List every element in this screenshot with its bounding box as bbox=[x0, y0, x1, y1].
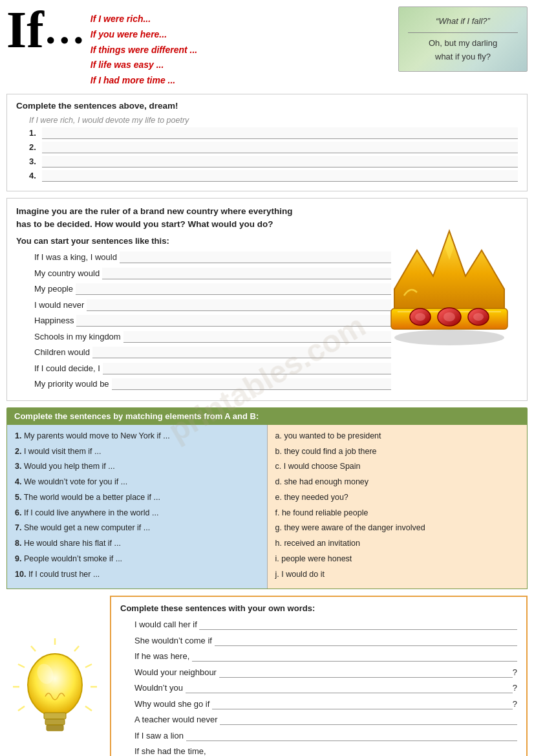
svg-rect-18 bbox=[44, 713, 66, 719]
right-letter-1: b. bbox=[275, 447, 284, 456]
header-section: If … If I were rich... If you were here.… bbox=[6, 6, 528, 89]
right-letter-5: f. bbox=[275, 508, 282, 517]
phrase-2: If you were here... bbox=[91, 27, 392, 43]
complete-text-2: If he was here, bbox=[134, 650, 189, 663]
phrase-4: If life was easy ... bbox=[91, 58, 392, 73]
svg-point-7 bbox=[394, 330, 504, 345]
left-num-4: 5. bbox=[15, 493, 21, 502]
bullet-4: Happiness bbox=[34, 314, 391, 327]
right-text-2: I would choose Spain bbox=[284, 462, 361, 471]
bullet-8-fill[interactable] bbox=[112, 378, 391, 390]
right-text-6: they were aware of the danger involved bbox=[284, 523, 425, 532]
complete-text-7: If I saw a lion bbox=[134, 729, 184, 742]
left-num-2: 3. bbox=[15, 462, 21, 471]
phrase-5: If I had more time ... bbox=[91, 73, 392, 89]
left-num-8: 9. bbox=[15, 554, 21, 563]
crown-image bbox=[378, 205, 520, 360]
right-item-6: g. they were aware of the danger involve… bbox=[275, 522, 520, 534]
bullet-1-text: My country would bbox=[34, 267, 100, 280]
bullet-7-fill[interactable] bbox=[103, 363, 391, 374]
left-item-8: 9. People wouldn’t smoke if ... bbox=[15, 553, 259, 565]
bullet-1-fill[interactable] bbox=[102, 268, 391, 279]
complete-fill-2[interactable] bbox=[192, 651, 517, 662]
right-letter-3: d. bbox=[275, 477, 284, 486]
complete-fill-1[interactable] bbox=[215, 636, 517, 646]
left-text-0: My parents would move to New York if ... bbox=[24, 431, 170, 440]
if-text: If bbox=[6, 6, 44, 53]
left-item-3: 4. We wouldn’t vote for you if ... bbox=[15, 476, 259, 488]
bullet-8: My priority would be bbox=[34, 378, 391, 391]
left-text-2: Would you help them if ... bbox=[24, 462, 115, 471]
complete-text-6: A teacher would never bbox=[134, 713, 218, 726]
complete-list: I would call her if She wouldn’t come if… bbox=[134, 618, 517, 756]
complete-fill-0[interactable] bbox=[199, 620, 517, 630]
right-text-3: she had enough money bbox=[284, 477, 368, 486]
bullet-7-text: If I could decide, I bbox=[34, 362, 100, 375]
left-num-5: 6. bbox=[15, 508, 21, 517]
left-item-0: 1. My parents would move to New York if … bbox=[15, 430, 259, 442]
complete-fill-5[interactable] bbox=[212, 699, 513, 709]
bottom-section: Complete these sentences with your own w… bbox=[6, 596, 528, 756]
bullet-2-fill[interactable] bbox=[76, 283, 391, 295]
svg-point-4 bbox=[443, 312, 455, 321]
right-letter-7: h. bbox=[275, 539, 284, 548]
if-phrases: If I were rich... If you were here... If… bbox=[91, 6, 392, 89]
complete-fill-6[interactable] bbox=[220, 715, 517, 725]
left-text-1: I would visit them if ... bbox=[24, 447, 101, 456]
fill-1[interactable] bbox=[42, 127, 518, 139]
complete-fill-7[interactable] bbox=[186, 731, 518, 741]
num-4: 4. bbox=[29, 171, 42, 180]
svg-point-17 bbox=[28, 654, 82, 716]
bullet-3: I would never bbox=[34, 299, 391, 312]
svg-rect-19 bbox=[45, 719, 65, 725]
complete-fill-3[interactable] bbox=[219, 667, 513, 678]
suffix-5: ? bbox=[513, 698, 517, 711]
complete-text-5: Why would she go if bbox=[134, 698, 209, 711]
phrase-3: If things were different ... bbox=[91, 43, 392, 58]
bullet-6-fill[interactable] bbox=[92, 347, 391, 358]
quote-line2: Oh, but my darling bbox=[408, 37, 518, 50]
bullet-0-fill[interactable] bbox=[120, 252, 391, 263]
section1-example: If I were rich, I would devote my life t… bbox=[29, 116, 518, 125]
right-text-0: you wanted to be president bbox=[284, 431, 381, 440]
quote-box: “What if I fall?” Oh, but my darling wha… bbox=[398, 6, 528, 72]
complete-text-4: Wouldn’t you bbox=[134, 682, 183, 695]
fill-3[interactable] bbox=[42, 156, 518, 167]
bullet-0-text: If I was a king, I would bbox=[34, 251, 117, 264]
suffix-3: ? bbox=[513, 666, 517, 679]
complete-item-8: If she had the time, bbox=[134, 745, 517, 756]
complete-item-4: Wouldn’t you ? bbox=[134, 682, 517, 695]
bullet-8-text: My priority would be bbox=[34, 378, 109, 391]
ruler-bullet-list: If I was a king, I would My country woul… bbox=[34, 251, 391, 391]
bullet-4-fill[interactable] bbox=[76, 315, 391, 327]
section1-box: Complete the sentences above, dream! If … bbox=[6, 94, 528, 191]
right-item-2: c. I would choose Spain bbox=[275, 460, 520, 473]
bullet-1: My country would bbox=[34, 267, 391, 280]
right-item-0: a. you wanted to be president bbox=[275, 430, 520, 442]
right-item-3: d. she had enough money bbox=[275, 476, 520, 488]
numbered-lines: 1. 2. 3. 4. bbox=[29, 127, 518, 182]
right-letter-4: e. bbox=[275, 493, 284, 502]
left-item-2: 3. Would you help them if ... bbox=[15, 460, 259, 473]
bullet-3-text: I would never bbox=[34, 299, 84, 312]
bullet-3-fill[interactable] bbox=[87, 299, 391, 311]
ruler-section: Imagine you are the ruler of a brand new… bbox=[6, 198, 528, 401]
dots-text: … bbox=[44, 11, 84, 49]
complete-item-7: If I saw a lion bbox=[134, 729, 517, 742]
complete-item-2: If he was here, bbox=[134, 650, 517, 663]
bullet-5-fill[interactable] bbox=[123, 331, 391, 343]
if-logo: If … bbox=[6, 6, 84, 53]
left-item-1: 2. I would visit them if ... bbox=[15, 446, 259, 458]
complete-fill-8[interactable] bbox=[208, 746, 517, 756]
complete-fill-4[interactable] bbox=[186, 683, 513, 693]
left-text-8: People wouldn’t smoke if ... bbox=[24, 554, 122, 563]
section1-title: Complete the sentences above, dream! bbox=[16, 101, 518, 111]
fill-4[interactable] bbox=[42, 170, 518, 182]
bullet-6: Children would bbox=[34, 346, 391, 359]
left-num-3: 4. bbox=[15, 477, 21, 486]
matching-section: Complete the sentences by matching eleme… bbox=[6, 407, 528, 590]
left-text-4: The world would be a better place if ... bbox=[24, 493, 160, 502]
fill-2[interactable] bbox=[42, 142, 518, 153]
matching-header: Complete the sentences by matching eleme… bbox=[6, 407, 528, 425]
left-num-7: 8. bbox=[15, 539, 21, 548]
